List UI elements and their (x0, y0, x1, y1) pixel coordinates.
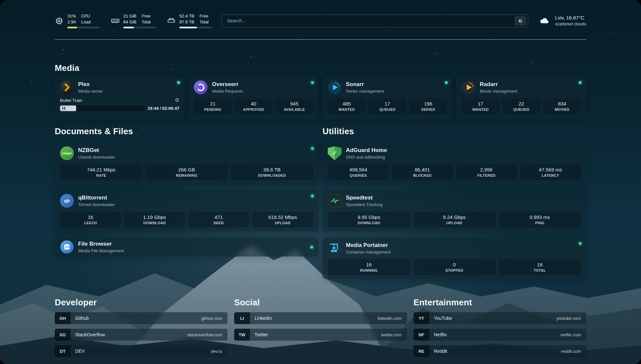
bookmarks-social: Social LI LinkedIn linkedin.com TW Twitt… (234, 297, 407, 357)
bookmark-stackoverflow[interactable]: SO StackOverflow stackoverflow.com (55, 329, 228, 341)
app-card-adguard[interactable]: ✓ AdGuard Home DNS and adblocking 498,56… (322, 142, 586, 184)
stat-blocked: 86,401 BLOCKED (392, 164, 453, 180)
youtube-icon: YT (413, 312, 429, 324)
adguard-icon: ✓ (328, 146, 342, 160)
disk-total-label: Total (199, 19, 208, 25)
portainer-icon (328, 241, 342, 255)
bookmark-netflix[interactable]: NF Netflix netflix.com (413, 329, 586, 341)
bookmark-youtube[interactable]: YT YouTube youtube.com (413, 312, 586, 324)
app-header-adguard[interactable]: ✓ AdGuard Home DNS and adblocking (328, 146, 581, 160)
ram-free-label: Free (142, 13, 151, 19)
cloud-icon (538, 16, 551, 26)
section-title-social: Social (234, 297, 407, 308)
nzbget-icon: nzbget (60, 146, 74, 160)
ram-icon (111, 16, 120, 25)
stat-download: 9.65 Gbps DOWNLOAD (328, 212, 410, 228)
bookmark-reddit[interactable]: RE Reddit reddit.com (413, 345, 586, 357)
status-dot (579, 81, 582, 84)
app-name: Plex (78, 81, 103, 88)
cpu-progress-track (67, 27, 100, 28)
stat-available: 945 AVAILABLE (275, 98, 313, 114)
app-card-speedtest[interactable]: Speedtest Speedtest Tracking 9.65 Gbps D… (322, 190, 586, 231)
app-card-portainer[interactable]: Media Portainer Container management 16 … (322, 237, 586, 279)
radarr-icon (462, 80, 475, 94)
stat-series: 196 SERIES (409, 98, 447, 114)
media-grid: Plex Media server Bullet Train ⚙ 24:44 /… (55, 76, 586, 120)
qbittorrent-icon: qb (60, 194, 74, 208)
app-card-sonarr[interactable]: Sonarr Series management 485 WANTED 17 Q… (322, 76, 452, 120)
weather-condition: scattered clouds (555, 21, 586, 27)
plex-icon (60, 80, 74, 94)
app-stats: 16 LEECH 1.19 Gbps DOWNLOAD 471 SEED 6 (60, 212, 313, 228)
stackoverflow-icon: SO (55, 329, 71, 341)
app-stats: 485 WANTED 17 QUEUED 196 SERIES (328, 98, 447, 114)
app-stats: 16 RUNNING 0 STOPPED 16 TOTAL (328, 259, 581, 275)
bookmark-linkedin[interactable]: LI LinkedIn linkedin.com (234, 312, 407, 324)
app-header-filebrowser[interactable]: File Browser Media File Management (60, 240, 310, 254)
stat-download: 1.19 Gbps DOWNLOAD (124, 212, 185, 228)
disk-progress-track (179, 27, 212, 28)
pause-icon[interactable] (62, 107, 65, 110)
cpu-icon (55, 16, 64, 25)
cpu-label: CPU (81, 13, 91, 19)
app-header-qbittorrent[interactable]: qb qBittorrent Torrent downloader (60, 194, 313, 208)
disk-free-value: 52.4 TB (179, 13, 194, 19)
app-name: File Browser (78, 241, 124, 247)
bookmarks-developer: Developer GH Github github.com SO StackO… (55, 297, 228, 357)
stat-downloaded: 39.6 TB DOWNLOADED (231, 164, 313, 180)
section-title-entertainment: Entertainment (413, 297, 586, 308)
section-title-developer: Developer (55, 297, 228, 308)
app-subtitle: Container management (346, 250, 391, 255)
status-dot (177, 81, 180, 84)
app-subtitle: Series management (346, 89, 384, 94)
app-card-filebrowser[interactable]: File Browser Media File Management (55, 237, 319, 257)
app-card-nzbget[interactable]: nzbget NZBGet Usenet downloader 744.21 M… (55, 142, 319, 184)
bookmarks: Developer GH Github github.com SO StackO… (55, 297, 586, 357)
stat-upload: 618.52 Mbps UPLOAD (252, 212, 313, 228)
system-metrics: 31% 2.94 CPU Load (55, 13, 212, 28)
search-engine-badge[interactable]: G (514, 16, 526, 26)
gear-icon[interactable]: ⚙ (175, 98, 179, 103)
bookmark-dev[interactable]: DT DEV dev.to (55, 345, 228, 357)
app-stats: 9.65 Gbps DOWNLOAD 9.24 Gbps UPLOAD 0.99… (328, 212, 581, 228)
bookmark-twitter[interactable]: TW Twitter twitter.com (234, 329, 407, 341)
app-card-overseerr[interactable]: Overseerr Media Requests 21 PENDING 40 A… (189, 76, 319, 120)
stat-rate: 744.21 Mbps RATE (60, 164, 142, 180)
app-header-portainer[interactable]: Media Portainer Container management (328, 241, 581, 255)
stat-wanted: 17 WANTED (462, 98, 500, 114)
app-stats: 17 WANTED 22 QUEUED 834 MOVIES (462, 98, 581, 114)
app-subtitle: Media Requests (212, 89, 243, 94)
bookmark-github[interactable]: GH Github github.com (55, 312, 228, 324)
overseerr-icon (194, 80, 208, 94)
app-header-speedtest[interactable]: Speedtest Speedtest Tracking (328, 194, 581, 208)
app-card-radarr[interactable]: Radarr Movie management 17 WANTED 22 QUE… (456, 76, 586, 120)
stat-leech: 16 LEECH (60, 212, 121, 228)
app-card-plex[interactable]: Plex Media server Bullet Train ⚙ 24:44 /… (55, 76, 185, 120)
ram-total-label: Total (142, 19, 151, 25)
status-dot (311, 195, 314, 197)
app-header-plex[interactable]: Plex Media server (60, 80, 179, 94)
app-header-radarr[interactable]: Radarr Movie management (462, 80, 581, 94)
app-stats: 744.21 Mbps RATE 266 GB REMAINING 39.6 T… (60, 164, 313, 180)
search-bar[interactable]: G (222, 15, 528, 27)
stat-queries: 498,564 QUERIES (328, 164, 389, 180)
app-card-qbittorrent[interactable]: qb qBittorrent Torrent downloader 16 LEE… (55, 190, 319, 231)
weather-location: Lviv, 16.87°C (555, 15, 586, 21)
app-header-overseerr[interactable]: Overseerr Media Requests (194, 80, 313, 94)
disk-total-value: 97.9 TB (179, 19, 194, 25)
playback-progress-track[interactable] (60, 106, 144, 111)
app-header-sonarr[interactable]: Sonarr Series management (328, 80, 447, 94)
disk-progress-fill (179, 27, 197, 28)
app-header-nzbget[interactable]: nzbget NZBGet Usenet downloader (60, 146, 313, 160)
search-input[interactable] (227, 18, 514, 23)
ram-total-value: 64 GiB (123, 19, 137, 25)
disk-free-label: Free (199, 13, 208, 19)
cpu-progress-fill (67, 27, 77, 28)
section-title-documents: Documents & Files (55, 126, 319, 136)
app-subtitle: Media File Management (78, 248, 124, 253)
app-stats: 498,564 QUERIES 86,401 BLOCKED 2,956 FIL… (328, 164, 581, 180)
app-name: NZBGet (78, 147, 115, 154)
stat-remaining: 266 GB REMAINING (145, 164, 228, 180)
app-name: Speedtest (346, 195, 382, 201)
utilities-column: Utilities ✓ AdGuard Home DNS and adblock… (322, 126, 586, 279)
